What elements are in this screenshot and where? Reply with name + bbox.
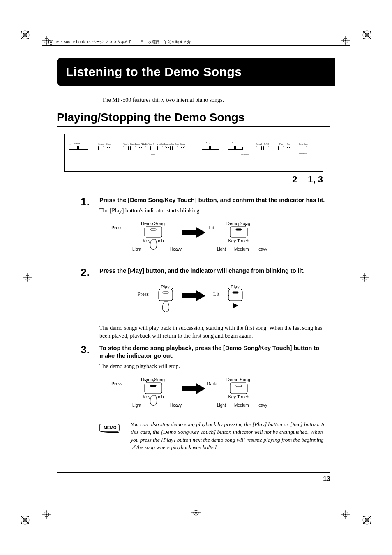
crop-mark-icon [20, 515, 30, 525]
tone-button-icon [138, 146, 143, 150]
svg-text:Medium: Medium [234, 403, 249, 408]
registration-mark-icon [341, 36, 350, 45]
svg-rect-61 [145, 383, 162, 394]
svg-marker-48 [182, 290, 205, 302]
tempo-slider-icon [202, 147, 219, 150]
svg-text:Demo Song: Demo Song [226, 221, 250, 226]
svg-marker-29 [182, 227, 205, 238]
content: Listening to the Demo Songs The MP-500 f… [57, 58, 330, 455]
svg-text:Press: Press [111, 380, 122, 387]
svg-point-3 [365, 33, 369, 37]
svg-text:Press: Press [138, 291, 149, 297]
svg-text:MEMO: MEMO [104, 426, 116, 430]
step-heading: Press the [Demo Song/Key Touch] button, … [99, 196, 330, 205]
svg-text:Heavy: Heavy [256, 403, 267, 408]
step-number: 3. [76, 344, 90, 452]
step-text: The [Play] button's indicator starts bli… [99, 207, 330, 215]
header-rule [42, 45, 350, 46]
keytouch-label: Key Touch [299, 152, 307, 154]
play-button-icon [278, 146, 284, 150]
chapter-title: Listening to the Demo Songs [57, 58, 335, 86]
svg-point-5 [23, 518, 27, 522]
tempo-label: Tempo [206, 142, 211, 144]
svg-point-7 [365, 518, 369, 522]
svg-text:Heavy: Heavy [170, 247, 182, 251]
step-text: The demo song playback will stop. [99, 363, 330, 371]
svg-point-13 [46, 514, 47, 515]
svg-text:Light: Light [217, 403, 226, 408]
svg-text:Light: Light [132, 247, 141, 251]
bullet-icon [48, 40, 53, 45]
crop-mark-icon [362, 515, 372, 525]
svg-line-46 [171, 288, 173, 290]
tone-button-icon [123, 146, 129, 150]
svg-rect-73 [236, 385, 242, 387]
svg-point-21 [195, 512, 197, 514]
volume-slider-icon [69, 147, 88, 150]
svg-text:Press: Press [111, 224, 122, 230]
beat-label: Beat [232, 142, 235, 144]
step-heading: To stop the demo song playback, press th… [99, 344, 330, 360]
figure-demo-song-press-dark: Press Demo Song Key Touch Light Heavy [99, 375, 330, 414]
svg-text:Play: Play [231, 284, 240, 289]
svg-text:Play: Play [161, 284, 170, 289]
page-number: 13 [323, 475, 330, 483]
svg-text:Heavy: Heavy [256, 247, 267, 251]
registration-mark-icon [23, 273, 32, 282]
rec-button-icon [286, 146, 291, 150]
svg-rect-24 [145, 227, 162, 237]
step-number: 1. [76, 196, 90, 264]
svg-line-45 [158, 288, 160, 290]
registration-mark-icon [341, 510, 350, 519]
step-heading: Press the [Play] button, and the indicat… [99, 267, 330, 275]
step-3: 3. To stop the demo song playback, press… [76, 344, 330, 452]
tone-button-icon [172, 146, 178, 150]
svg-rect-62 [150, 385, 156, 387]
intro-text: The MP-500 features thirty two internal … [102, 97, 330, 104]
memo-text: You can also stop demo song playback by … [131, 421, 330, 452]
tone-button-icon [157, 146, 163, 150]
tone-button-icon [130, 146, 136, 150]
beat-slider-icon [228, 147, 243, 150]
panel-diagram: Volume Tones Tempo [64, 134, 323, 172]
page: MP-500_e.book 13 ページ ２００３年６月１１日 水曜日 午前９時… [0, 0, 392, 555]
svg-text:Key Touch: Key Touch [228, 238, 249, 243]
memo-icon: MEMO [99, 421, 122, 435]
svg-rect-44 [163, 292, 168, 293]
svg-marker-69 [182, 383, 205, 394]
step-text: The demo songs will play back in success… [99, 325, 330, 340]
tone-button-icon [145, 146, 151, 150]
crop-mark-icon [362, 30, 372, 40]
svg-text:Demo Song: Demo Song [226, 377, 250, 382]
memo-block: MEMO You can also stop demo song playbac… [99, 421, 330, 452]
svg-point-15 [345, 514, 346, 515]
tone-button-icon [180, 146, 185, 150]
svg-text:Lit: Lit [213, 291, 220, 297]
print-header-text: MP-500_e.book 13 ページ ２００３年６月１１日 水曜日 午前９時… [56, 40, 191, 44]
transpose-button-icon [256, 146, 262, 150]
svg-rect-25 [150, 229, 156, 230]
svg-text:Light: Light [217, 247, 226, 251]
svg-rect-33 [236, 229, 242, 230]
figure-demo-song-press-lit: Press Demo Song Key Touch Light Heavy Li… [99, 219, 330, 258]
step-2: 2. Press the [Play] button, and the indi… [76, 267, 330, 341]
footer-rule [57, 472, 330, 473]
panel-callouts: 2 1, 3 [57, 174, 323, 185]
print-header: MP-500_e.book 13 ページ ２００３年６月１１日 水曜日 午前９時… [48, 39, 191, 45]
crop-mark-icon [20, 30, 30, 40]
callout-1-3: 1, 3 [308, 174, 323, 185]
section-heading: Playing/Stopping the Demo Songs [57, 111, 330, 124]
svg-point-9 [46, 40, 47, 41]
svg-text:Medium: Medium [234, 247, 249, 251]
tone-button-icon [165, 146, 171, 150]
svg-text:Dark: Dark [206, 380, 217, 387]
registration-mark-icon [191, 508, 201, 517]
callout-2: 2 [292, 174, 297, 185]
svg-text:Key Touch: Key Touch [228, 394, 249, 399]
svg-text:Demo Song: Demo Song [141, 377, 165, 382]
section-rule [57, 126, 330, 127]
svg-text:Demo Song: Demo Song [141, 221, 165, 226]
svg-point-17 [27, 277, 28, 279]
demo-song-button-icon [300, 146, 307, 150]
registration-mark-icon [42, 510, 51, 519]
